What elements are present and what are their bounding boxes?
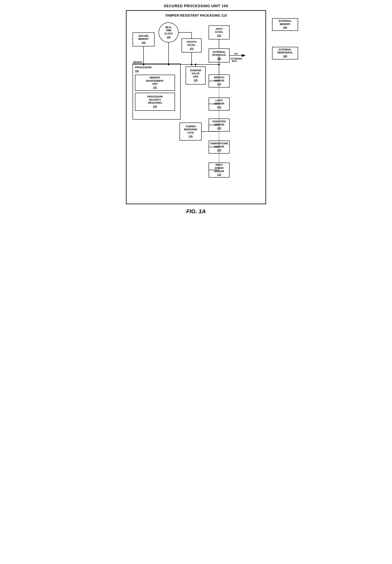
tamper-label: TAMPER-RESISTANT PACKAGING 110: [129, 14, 263, 17]
arity-accel-block: ARITYACCEL 122: [209, 26, 230, 40]
trl-label: TAMPERRESPONSELOCK: [184, 125, 197, 135]
svg-point-29: [218, 64, 220, 65]
bs-label: BREACHSENSOR: [214, 76, 224, 82]
diagram-area: REALTIMECLOCK 120 SECUREMEMORY 102 CRYPT…: [129, 20, 263, 201]
breach-sensor-block: BREACHSENSOR 111: [209, 74, 230, 87]
proc-ref: 101: [135, 70, 139, 73]
ca-label: CRYPTOACCEL.: [187, 41, 196, 47]
svg-point-28: [191, 64, 192, 65]
mmu-label: MEMORYMANAGEMENTUNIT: [146, 76, 164, 86]
svg-text:EXTERNAL: EXTERNAL: [231, 57, 243, 60]
ts-label: TEMPERATURESENSOR: [210, 142, 228, 148]
main-box: TAMPER-RESISTANT PACKAGING 110 REALTIMEC…: [126, 10, 266, 204]
rvg-label: RANDOMVALUEGEN: [190, 69, 201, 79]
ep-ref: 106: [283, 55, 287, 58]
real-time-clock-block: REALTIMECLOCK 120: [159, 22, 179, 42]
ei-ref: 103: [217, 57, 221, 60]
ies-ref: 115: [217, 173, 221, 177]
ls-ref: 112: [217, 106, 221, 109]
bs-ref: 111: [217, 83, 221, 86]
psr-ref: 132: [153, 105, 157, 108]
temperature-sensor-block: TEMPERATURESENSOR 114: [209, 141, 230, 154]
svg-text:109: 109: [133, 61, 137, 64]
aa-ref: 122: [217, 34, 221, 37]
psr-label: PROCESSORSECURITYREGISTERS: [147, 95, 163, 105]
external-memory-block: EXTERNALMEMORY 105: [272, 18, 298, 31]
secure-memory-block: SECUREMEMORY 102: [133, 32, 154, 46]
em-label: EXTERNALMEMORY: [279, 20, 292, 26]
page-container: SECURED PROCESSING UNIT 100 TAMPER-RESIS…: [126, 4, 266, 215]
ep-label: EXTERNALPERIPHERAL: [277, 48, 293, 55]
input-error-sensor-block: INPUTERRORSENSOR 115: [209, 163, 230, 178]
rtc-label: REALTIMECLOCK: [164, 26, 173, 35]
ei-label: EXTERNALINTERFACE: [212, 51, 226, 57]
trl-ref: 116: [189, 135, 193, 138]
fig-label: FIG. 1A: [186, 208, 206, 215]
rtc-ref: 120: [167, 36, 170, 39]
proc-title: PROCESSOR: [135, 66, 152, 69]
rvg-ref: 123: [194, 79, 198, 82]
processor-block: PROCESSOR 101 MEMORYMANAGEMENTUNIT 131 P…: [133, 63, 181, 120]
mmu-ref: 131: [153, 86, 157, 89]
external-blocks: EXTERNALMEMORY 105 EXTERNALPERIPHERAL 10…: [272, 18, 298, 59]
rs-label: RADIATIONSENSOR: [213, 120, 226, 126]
svg-text:104: 104: [234, 53, 238, 55]
sm-ref: 102: [141, 41, 146, 44]
ies-label: INPUTERRORSENSOR: [214, 164, 224, 173]
external-interface-block: EXTERNALINTERFACE 103: [209, 48, 230, 62]
external-peripheral-block: EXTERNALPERIPHERAL 106: [272, 47, 298, 59]
em-ref: 105: [283, 26, 287, 29]
ts-ref: 114: [217, 149, 221, 152]
radiation-sensor-block: RADIATIONSENSOR 113: [209, 119, 230, 131]
crypto-accel-block: CRYPTOACCEL. 121: [182, 38, 202, 53]
proc-sec-reg-block: PROCESSORSECURITYREGISTERS 132: [135, 93, 175, 111]
svg-text:BUS: BUS: [232, 60, 237, 62]
svg-text:BUS: BUS: [137, 61, 142, 64]
ca-ref: 121: [190, 47, 194, 50]
page-title: SECURED PROCESSING UNIT 100: [164, 4, 228, 8]
outer-wrapper: TAMPER-RESISTANT PACKAGING 110 REALTIMEC…: [126, 10, 266, 204]
memory-mgmt-block: MEMORYMANAGEMENTUNIT 131: [135, 75, 175, 91]
ls-label: LIGHTSENSOR: [214, 99, 224, 105]
tamper-response-lock-block: TAMPERRESPONSELOCK 116: [180, 123, 202, 141]
light-sensor-block: LIGHTSENSOR 112: [209, 98, 230, 111]
aa-label: ARITYACCEL: [215, 28, 223, 34]
rs-ref: 113: [217, 127, 221, 130]
random-value-gen-block: RANDOMVALUEGEN 123: [186, 67, 206, 85]
sm-label: SECUREMEMORY: [138, 35, 149, 41]
svg-point-31: [195, 64, 196, 65]
